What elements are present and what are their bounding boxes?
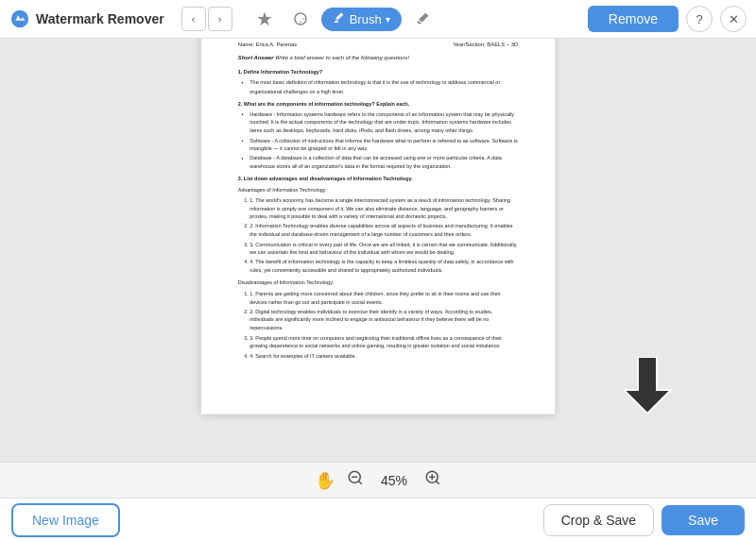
doc-content: 1. Define Information Technology? The mo… xyxy=(238,68,518,360)
doc-a2-software: Software - A collection of instructions … xyxy=(249,136,518,152)
doc-a3-intro: Advantages of Information Technology: xyxy=(238,185,518,194)
doc-a1: The most basic definition of information… xyxy=(249,78,518,94)
svg-line-8 xyxy=(436,481,439,484)
doc-instruction-label: Short Answer xyxy=(238,55,274,61)
star-tool-button[interactable] xyxy=(249,4,280,34)
doc-q4-4: 4. Search for examples of IT careers ava… xyxy=(249,351,518,360)
hand-tool-icon[interactable]: ✋ xyxy=(315,470,335,491)
app-title: Watermark Remover xyxy=(36,11,164,26)
forward-button[interactable]: › xyxy=(208,7,232,31)
svg-line-4 xyxy=(358,481,362,484)
doc-a3-1: 1. The world's economy has become a sing… xyxy=(249,195,518,220)
doc-a2-hardware: Hardware - Information systems hardware … xyxy=(249,110,518,134)
lasso-tool-button[interactable] xyxy=(285,4,316,34)
remove-button[interactable]: Remove xyxy=(588,6,679,32)
doc-name: Name: Erica A. Parenas xyxy=(238,40,297,48)
toolbar: Watermark Remover ‹ › Brush ▾ Remove ? ✕ xyxy=(0,0,756,39)
brush-label: Brush xyxy=(350,12,382,26)
close-icon: ✕ xyxy=(729,12,739,26)
lasso-icon xyxy=(292,10,309,27)
doc-q4-2: 2. Digital technology enables individual… xyxy=(249,307,518,331)
doc-q4-3: 3. People spend more time on computers a… xyxy=(249,333,518,349)
main-area: PAMPANGA STATE AGRICULTURAL UNIVERSITY M… xyxy=(0,39,756,498)
brush-dropdown-icon: ▾ xyxy=(386,14,390,25)
doc-year: Year/Section: BAELS – 3D xyxy=(453,40,518,48)
eraser-tool-button[interactable] xyxy=(407,4,438,34)
zoom-in-icon xyxy=(424,469,441,486)
app-logo-icon xyxy=(9,8,30,29)
save-button[interactable]: Save xyxy=(662,505,745,535)
zoom-out-icon xyxy=(347,469,364,486)
zoom-level: 45% xyxy=(375,473,413,488)
doc-q4-1: 1. Parents are getting more concerned ab… xyxy=(249,289,518,305)
app-logo-area: Watermark Remover xyxy=(9,8,164,29)
canvas-area: PAMPANGA STATE AGRICULTURAL UNIVERSITY M… xyxy=(0,39,756,462)
help-icon: ? xyxy=(696,12,702,26)
help-button[interactable]: ? xyxy=(686,6,713,32)
document-page: PAMPANGA STATE AGRICULTURAL UNIVERSITY M… xyxy=(201,39,555,414)
doc-info: Name: Erica A. Parenas Year/Section: BAE… xyxy=(238,40,518,48)
footer: New Image Crop & Save Save xyxy=(0,498,756,541)
brush-tool-button[interactable]: Brush ▾ xyxy=(321,8,402,31)
doc-q1: 1. Define Information Technology? xyxy=(238,68,518,76)
doc-q2: 2. What are the components of informatio… xyxy=(238,99,518,108)
close-button[interactable]: ✕ xyxy=(720,6,747,32)
doc-instruction-text: Write a brief answer to each of the foll… xyxy=(275,55,409,61)
zoom-bar: ✋ 45% xyxy=(0,462,756,498)
doc-q3: 3. List down advantages and disadvantage… xyxy=(238,175,518,183)
star-icon xyxy=(256,10,273,27)
new-image-button[interactable]: New Image xyxy=(11,503,120,537)
eraser-icon xyxy=(414,10,431,27)
doc-a3-3: 3. Communication is critical in every pa… xyxy=(249,240,518,256)
crop-save-button[interactable]: Crop & Save xyxy=(543,504,654,536)
brush-icon xyxy=(333,12,346,25)
doc-a3-4: 4. The benefit of information technology… xyxy=(249,258,518,274)
nav-buttons: ‹ › xyxy=(181,7,232,31)
zoom-out-button[interactable] xyxy=(347,469,364,491)
doc-instruction: Short Answer Write a brief answer to eac… xyxy=(238,54,518,62)
zoom-in-button[interactable] xyxy=(424,469,441,491)
doc-q4-intro: Disadvantages of Information Technology: xyxy=(238,279,518,287)
doc-a2-database: Database - A database is a collection of… xyxy=(249,154,518,170)
doc-a3-2: 2. Information Technology enables divers… xyxy=(249,222,518,238)
tool-group: Brush ▾ xyxy=(249,4,438,34)
back-button[interactable]: ‹ xyxy=(181,7,206,31)
